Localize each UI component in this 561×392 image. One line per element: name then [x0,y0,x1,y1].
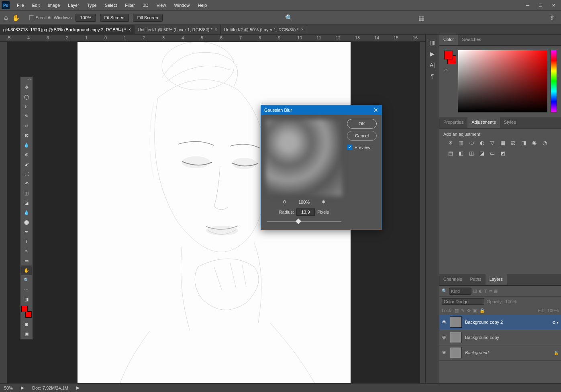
history-brush-tool[interactable]: ↶ [21,179,32,188]
lock-position-icon[interactable]: ✥ [467,308,471,313]
scroll-all-checkbox[interactable]: Scroll All Windows [29,15,72,20]
minimize-button[interactable]: ─ [522,1,534,9]
tab-color[interactable]: Color [439,35,458,45]
maximize-button[interactable]: ☐ [534,1,547,9]
clone-tool[interactable]: ⛶ [21,169,32,179]
menu-type[interactable]: Type [83,1,101,9]
tab-properties[interactable]: Properties [439,117,467,128]
gradient-tool[interactable]: ◪ [21,198,32,208]
layer-row[interactable]: 👁Background copy 2⊙ ▾ [439,315,561,330]
blur-tool[interactable]: 💧 [21,208,32,217]
lookup-icon[interactable]: ▤ [447,150,454,156]
fg-swatch[interactable] [21,306,28,312]
link-icon[interactable]: ⊙ ▾ [552,320,559,325]
tab-swatches[interactable]: Swatches [458,35,485,45]
document-tab[interactable]: Untitled-2 @ 50% (Layer 1, RGB/8#) *× [221,25,307,34]
hand-tool-icon[interactable]: ✋ [12,14,20,22]
fill-value[interactable]: 100% [547,308,559,313]
screenmode-tool[interactable]: ▣ [21,329,32,339]
invert-icon[interactable]: ◧ [458,150,464,156]
layer-name[interactable]: Background [465,350,489,355]
eyedropper-tool[interactable]: 💧 [21,140,32,150]
scrollbar-vertical[interactable] [420,42,425,383]
dialog-close-button[interactable]: ✕ [373,107,378,113]
menu-image[interactable]: Image [44,1,64,9]
crop-tool[interactable]: ⟃ [21,121,32,131]
brush-tool[interactable]: 🖌 [21,159,32,169]
document-tab[interactable]: Untitled-1 @ 50% (Layer 1, RGB/8#) *× [135,25,221,34]
quickmask-tool[interactable]: ◙ [21,319,32,329]
menu-edit[interactable]: Edit [28,1,44,9]
pen-tool[interactable]: ✒ [21,227,32,237]
color-swatches[interactable] [21,306,32,318]
filter-shape-icon[interactable]: ▱ [489,288,492,294]
layer-thumbnail[interactable] [450,332,462,343]
tab-styles[interactable]: Styles [500,117,520,128]
filter-smart-icon[interactable]: ▦ [494,288,498,294]
tab-close-icon[interactable]: × [129,27,131,32]
foreground-color-swatch[interactable] [444,51,453,59]
fill-screen-button[interactable]: Fill Screen [133,14,163,22]
tab-adjustments[interactable]: Adjustments [467,117,500,128]
menu-3d[interactable]: 3D [139,1,153,9]
paragraph-icon[interactable]: ¶ [431,73,434,80]
layer-thumbnail[interactable] [450,347,462,358]
curves-icon[interactable]: ⬭ [468,140,475,146]
close-button[interactable]: ✕ [547,1,559,9]
actions-icon[interactable]: ▶ [430,51,435,57]
share-icon[interactable]: ⇪ [547,14,557,22]
history-icon[interactable]: ▥ [430,39,435,46]
layer-name[interactable]: Background copy [465,335,499,340]
tab-channels[interactable]: Channels [439,274,466,285]
type-tool[interactable]: T [21,237,32,246]
status-zoom[interactable]: 50% [4,386,13,390]
move-tool[interactable]: ✥ [21,82,32,92]
mini-swatch[interactable]: ◨ [21,294,32,304]
home-icon[interactable]: ⌂ [4,14,8,21]
levels-icon[interactable]: ▥ [458,140,464,146]
marquee-tool[interactable]: ◯ [21,92,32,102]
dialog-preview-image[interactable] [265,119,343,197]
visibility-icon[interactable]: 👁 [442,335,447,340]
zoom-out-icon[interactable]: ⊖ [283,199,286,204]
radius-slider[interactable] [267,219,341,225]
layer-thumbnail[interactable] [450,316,462,328]
tab-close-icon[interactable]: × [215,27,217,32]
brightness-icon[interactable]: ☀ [447,140,454,146]
tab-paths[interactable]: Paths [466,274,485,285]
balance-icon[interactable]: ⚖ [510,140,516,146]
path-select-tool[interactable]: ↖ [21,246,32,256]
hue-slider[interactable] [551,50,557,112]
document-tab[interactable]: girl-3033718_1920.jpg @ 50% (Background … [0,25,135,34]
zoom-level[interactable]: 100% [75,14,96,22]
threshold-icon[interactable]: ◪ [479,150,485,156]
hand-tool[interactable]: ✋ [21,265,32,275]
rectangle-tool[interactable]: ▭ [21,256,32,265]
blend-mode-select[interactable]: Color Dodge [442,298,484,305]
tab-close-icon[interactable]: × [301,27,304,32]
lock-transparency-icon[interactable]: ▧ [455,308,459,313]
menu-file[interactable]: File [13,1,28,9]
character-icon[interactable]: A| [430,62,435,68]
eraser-tool[interactable]: ◫ [21,188,32,198]
frame-tool[interactable]: ⊠ [21,131,32,140]
edit-toolbar[interactable]: ⋯ [21,285,32,294]
layer-row[interactable]: 👁Background copy [439,330,561,345]
zoom-tool[interactable]: 🔍 [21,275,32,285]
workspace-icon[interactable]: ▦ [416,14,427,22]
filter-type-icon[interactable]: T [484,289,487,294]
vibrance-icon[interactable]: ▽ [489,140,496,146]
menu-select[interactable]: Select [101,1,121,9]
foreground-background-colors[interactable]: ⚠ [443,50,455,71]
layer-row[interactable]: 👁Background🔒 [439,345,561,361]
dialog-titlebar[interactable]: Gaussian Blur ✕ [261,105,381,115]
color-picker-field[interactable] [458,50,547,112]
filter-adjustment-icon[interactable]: ◐ [479,288,483,294]
preview-checkbox[interactable]: ✓ Preview [347,145,377,150]
quick-select-tool[interactable]: ✎ [21,111,32,121]
menu-layer[interactable]: Layer [64,1,83,9]
bw-icon[interactable]: ◨ [520,140,527,146]
menu-help[interactable]: Help [194,1,211,9]
posterize-icon[interactable]: ◫ [468,150,475,156]
healing-tool[interactable]: ⊕ [21,150,32,159]
